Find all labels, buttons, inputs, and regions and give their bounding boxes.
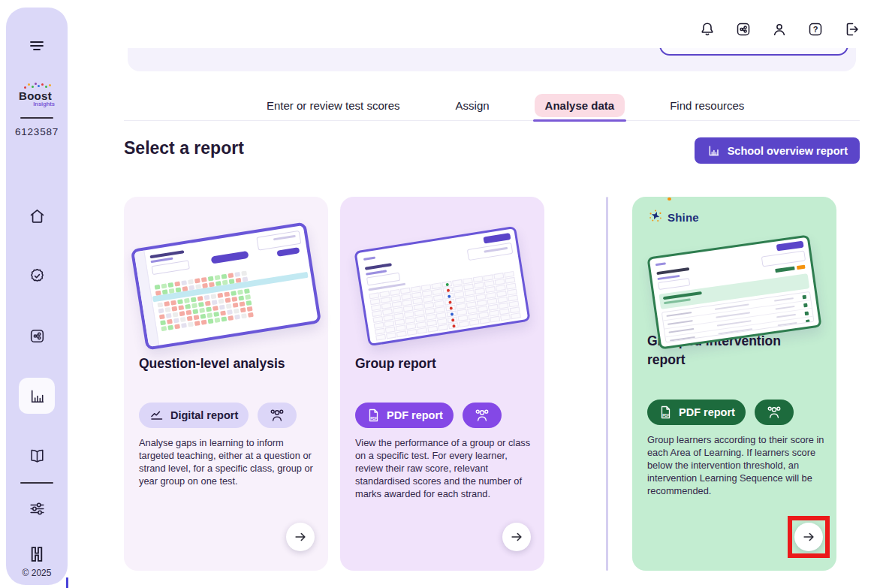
tab-find-resources[interactable]: Find resources [659,94,755,117]
sidebar-divider-bottom [20,482,53,484]
book-icon [28,447,47,466]
digital-report-badge: Digital report [139,403,249,428]
card-description: View the performance of a group or class… [355,436,532,500]
tab-assign[interactable]: Assign [445,94,500,117]
section-divider [606,197,608,571]
svg-text:PDF: PDF [370,417,377,421]
report-type-label: PDF report [679,406,735,418]
scrollbar-fragment [66,577,68,588]
share-icon[interactable] [734,20,752,38]
group-badge [258,403,297,428]
pdf-report-badge: PDF PDF report [355,403,454,428]
share-icon [28,327,47,345]
home-icon [28,207,47,225]
tab-bar: Enter or review test scores Assign Analy… [124,90,860,121]
card-group-report: Group report PDF PDF report View the per… [340,197,544,571]
group-badge [755,400,794,425]
copyright-text: © 2025 [6,568,68,578]
sidebar-item-library[interactable] [19,438,55,474]
sidebar-item-share[interactable] [19,318,55,354]
bell-icon[interactable] [698,20,716,38]
shine-star-icon [647,209,664,225]
card-title: Group report [355,354,529,395]
arrow-right-icon [802,530,815,544]
shine-brand-text: Shine [668,211,699,224]
school-overview-report-button[interactable]: School overview report [695,137,860,164]
logout-icon[interactable] [842,20,860,38]
org-id: 6123587 [6,126,68,137]
card-title: Question-level analysis [139,354,313,395]
grouped-intervention-illustration [647,228,821,351]
bar-chart-icon [707,143,721,158]
qla-grid [155,270,254,331]
help-icon[interactable]: ? [806,20,824,38]
sidebar-item-approvals[interactable] [19,258,55,294]
svg-text:PDF: PDF [662,414,669,418]
sidebar-divider-top [20,117,53,119]
bar-chart-icon [28,387,47,406]
tab-analyse-data[interactable]: Analyse data [535,94,625,117]
report-type-label: Digital report [170,409,238,421]
sidebar-item-reports[interactable] [19,378,55,414]
group-badge [463,403,502,428]
sidebar-nav [6,198,68,474]
boost-logo: Boost Insights [6,83,68,107]
page-title: Select a report [124,138,244,158]
open-grouped-intervention-report-button[interactable] [794,523,823,551]
sidebar-item-settings[interactable] [6,499,68,518]
pdf-report-badge: PDF PDF report [647,400,746,425]
group-report-illustration [355,212,529,354]
card-description: Analyse gaps in learning to inform targe… [139,436,316,487]
pdf-file-icon: PDF [366,408,381,423]
sidebar-item-home[interactable] [19,198,55,234]
card-grouped-intervention-report: Shine Grouped intervention report [632,197,836,571]
open-group-report-button[interactable] [502,523,531,551]
shine-i-dot [668,198,671,201]
app-window: Boost Insights 6123587 [0,0,880,588]
group-icon [472,408,492,423]
hamburger-menu-icon[interactable] [6,36,68,54]
school-overview-report-label: School overview report [728,145,848,157]
shine-logo: Shine [647,209,821,225]
pdf-file-icon: PDF [658,405,673,420]
open-question-level-analysis-button[interactable] [286,523,315,551]
group-icon [764,405,784,420]
badge-check-icon [28,267,47,285]
line-chart-icon [149,408,164,423]
report-type-label: PDF report [387,409,443,421]
profile-icon[interactable] [770,20,788,38]
sliders-icon [28,499,47,518]
card-description: Group learners according to their score … [647,433,824,497]
arrow-right-icon [294,530,307,544]
hodder-h-logo [6,544,68,564]
question-level-analysis-illustration [139,212,313,354]
arrow-right-icon [510,530,523,544]
group-icon [267,408,287,423]
tab-enter-or-review-test-scores[interactable]: Enter or review test scores [256,94,411,117]
card-question-level-analysis: Question-level analysis Digital report A… [124,197,328,571]
header-icons: ? [698,20,860,38]
svg-text:?: ? [813,25,818,34]
sidebar: Boost Insights 6123587 [6,8,68,585]
